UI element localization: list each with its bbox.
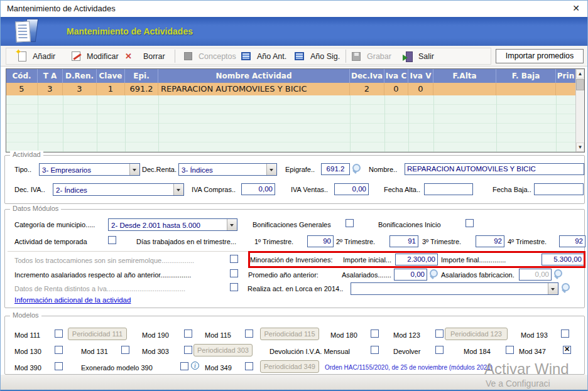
importe-inicial-label: Importe inicial... [343, 254, 391, 265]
tractocamiones-checkbox[interactable] [230, 255, 238, 263]
fecha-baja-input[interactable] [534, 183, 584, 195]
iva-ventas-input[interactable]: 0,00 [334, 183, 369, 195]
titlebar: Mantenimiento de Actividades ✕ [1, 1, 587, 17]
ano-anterior-button[interactable]: Año Ant. [241, 48, 286, 64]
importar-promedios-button[interactable]: Importar promedios [496, 49, 584, 63]
mod390-label: Mod 390 [14, 362, 41, 373]
iva-compras-label: IVA Compras.. [192, 184, 236, 195]
t2-input[interactable]: 91 [389, 235, 418, 247]
ano-siguiente-button[interactable]: Año Sig. [295, 48, 340, 64]
window: Mantenimiento de Actividades ✕ Mantenimi… [0, 0, 588, 391]
periodicidad115-button[interactable]: Periodicidad 115 [260, 328, 319, 340]
fecha-alta-input[interactable] [424, 183, 473, 195]
dec-renta-select[interactable]: 3- Índices [178, 163, 277, 176]
scroll-thumb[interactable] [576, 79, 584, 90]
scroll-down-icon[interactable]: ▼ [576, 142, 584, 152]
mod303-checkbox[interactable] [184, 346, 192, 354]
t3-input[interactable]: 92 [476, 235, 504, 247]
mod193-checkbox[interactable] [561, 329, 569, 338]
search-icon[interactable] [561, 283, 570, 293]
col-ta[interactable]: T A [38, 69, 63, 83]
col-nombre[interactable]: Nombre Actividad [158, 69, 350, 83]
mod349-checkbox[interactable] [245, 362, 253, 370]
importe-final-input[interactable]: 5.300,00 [542, 254, 584, 265]
col-prin[interactable]: Prin [556, 69, 575, 83]
mod115-checkbox[interactable] [245, 329, 253, 338]
importe-final-label: Importe final.............. [441, 254, 506, 265]
bonif-inicio-checkbox[interactable] [466, 219, 474, 227]
grabar-button[interactable]: Grabar [352, 48, 391, 64]
mod130-checkbox[interactable] [55, 346, 63, 354]
importe-inicial-input[interactable]: 2.300,00 [395, 254, 438, 265]
t1-input[interactable]: 90 [307, 235, 334, 247]
col-clave[interactable]: Clave [97, 69, 125, 83]
grid-empty-rows [6, 95, 575, 152]
promedio-label: Promedio año anterior: [248, 269, 318, 281]
asalariados-input[interactable]: 0,00 [394, 269, 427, 281]
chevron-down-icon[interactable] [173, 184, 183, 195]
tipo-select[interactable]: 3- Empresarios [39, 163, 140, 176]
borrar-button[interactable]: ✕ Borrar [125, 48, 165, 64]
mod131-checkbox[interactable] [121, 346, 129, 354]
devolucion-checkbox[interactable] [371, 346, 379, 354]
mod130-label: Mod 130 [14, 346, 41, 357]
search-icon[interactable] [352, 164, 361, 174]
mod390-checkbox[interactable] [55, 362, 63, 370]
col-fbaja[interactable]: F. Baja [496, 69, 556, 83]
mod347-checkbox[interactable] [563, 346, 571, 354]
asalariados-fab-input[interactable]: 0,00 [519, 269, 552, 281]
search-icon[interactable] [553, 269, 563, 279]
scroll-up-icon[interactable]: ▲ [576, 69, 584, 78]
devolver-checkbox[interactable] [435, 346, 444, 354]
periodicidad123-button[interactable]: Periodicidad 123 [445, 328, 508, 340]
col-epi[interactable]: Epi. [125, 69, 158, 83]
periodicidad303-button[interactable]: Periodicidad 303 [193, 344, 253, 356]
col-deciva[interactable]: Dec.Iva [350, 69, 384, 83]
dec-iva-label: Dec. IVA.. [14, 184, 45, 195]
exonerado-checkbox[interactable] [180, 362, 188, 370]
temporada-checkbox[interactable] [108, 236, 116, 244]
col-falta[interactable]: F.Alta [433, 69, 496, 83]
chevron-down-icon[interactable] [227, 219, 237, 230]
mod111-checkbox[interactable] [55, 329, 63, 338]
salir-button[interactable]: Salir [403, 48, 434, 64]
lorca-select[interactable] [351, 282, 558, 295]
edit-icon [72, 51, 80, 61]
search-icon[interactable] [429, 269, 438, 279]
col-ivac[interactable]: Iva C [384, 69, 408, 83]
table-row[interactable]: 5 3 3 1 691.2 REPARACION AUTOMOVILES Y B… [6, 83, 575, 95]
incremento-checkbox[interactable] [230, 269, 238, 277]
asalariados-label: Asalariados....... [342, 269, 391, 281]
periodicidad111-button[interactable]: Periodicidad 111 [68, 328, 127, 340]
epigrafe-input[interactable]: 691.2 [321, 163, 350, 175]
informacion-adicional-link[interactable]: Información adicional de la actividad [14, 296, 131, 304]
mod184-checkbox[interactable] [506, 346, 514, 354]
activities-icon [16, 19, 40, 44]
grid-scrollbar[interactable]: ▲ ▼ [575, 69, 584, 152]
t4-label: 4º Trimestre. [508, 236, 547, 247]
col-cod[interactable]: Cód. [6, 69, 38, 83]
separator [8, 251, 582, 252]
anadir-button[interactable]: Añadir [18, 48, 55, 64]
delete-icon: ✕ [125, 51, 132, 61]
col-dren[interactable]: D.Ren. [63, 69, 97, 83]
chevron-down-icon[interactable] [548, 283, 558, 294]
mod123-checkbox[interactable] [435, 329, 444, 338]
datos-renta-checkbox[interactable] [230, 283, 238, 291]
nombre-input[interactable]: REPARACION AUTOMOVILES Y BICIC [405, 163, 584, 175]
periodicidad349-button[interactable]: Periodicidad 349 [260, 360, 319, 373]
iva-compras-input[interactable]: 0,00 [241, 183, 275, 195]
categoria-select[interactable]: 2- Desde 2.001 hasta 5.000 [108, 218, 237, 231]
chevron-down-icon[interactable] [129, 164, 139, 175]
mod180-checkbox[interactable] [371, 329, 379, 338]
modificar-button[interactable]: Modificar [72, 48, 119, 64]
conceptos-button[interactable]: Conceptos [184, 48, 236, 64]
dec-iva-select[interactable]: 2- Índices [53, 183, 184, 196]
t4-input[interactable]: 92 [559, 235, 585, 247]
minoracion-label: Minoración de Inversiones: [250, 254, 332, 265]
chevron-down-icon[interactable] [266, 164, 276, 175]
bonif-generales-checkbox[interactable] [346, 219, 354, 227]
close-icon[interactable]: ✕ [572, 3, 580, 13]
mod190-checkbox[interactable] [184, 329, 192, 338]
col-ivav[interactable]: Iva V [408, 69, 433, 83]
